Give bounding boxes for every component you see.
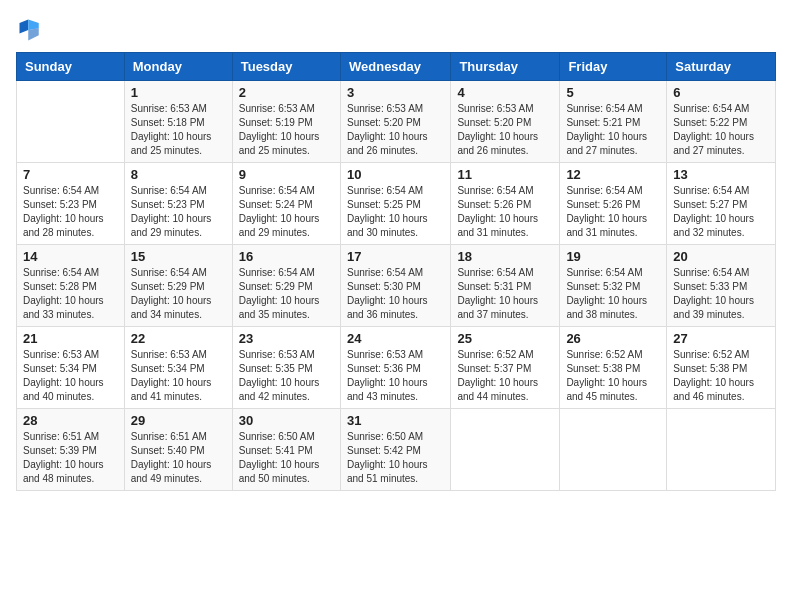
column-header-saturday: Saturday [667, 53, 776, 81]
day-info: Sunrise: 6:54 AM Sunset: 5:27 PM Dayligh… [673, 184, 769, 240]
day-cell: 20Sunrise: 6:54 AM Sunset: 5:33 PM Dayli… [667, 245, 776, 327]
day-info: Sunrise: 6:54 AM Sunset: 5:30 PM Dayligh… [347, 266, 444, 322]
day-number: 3 [347, 85, 444, 100]
day-cell: 6Sunrise: 6:54 AM Sunset: 5:22 PM Daylig… [667, 81, 776, 163]
day-info: Sunrise: 6:54 AM Sunset: 5:23 PM Dayligh… [131, 184, 226, 240]
day-info: Sunrise: 6:54 AM Sunset: 5:26 PM Dayligh… [457, 184, 553, 240]
day-cell: 29Sunrise: 6:51 AM Sunset: 5:40 PM Dayli… [124, 409, 232, 491]
column-header-friday: Friday [560, 53, 667, 81]
day-cell [451, 409, 560, 491]
page-header [16, 16, 776, 44]
day-cell: 24Sunrise: 6:53 AM Sunset: 5:36 PM Dayli… [340, 327, 450, 409]
day-number: 16 [239, 249, 334, 264]
column-header-monday: Monday [124, 53, 232, 81]
day-number: 13 [673, 167, 769, 182]
day-info: Sunrise: 6:50 AM Sunset: 5:42 PM Dayligh… [347, 430, 444, 486]
week-row-2: 7Sunrise: 6:54 AM Sunset: 5:23 PM Daylig… [17, 163, 776, 245]
day-number: 1 [131, 85, 226, 100]
day-cell: 18Sunrise: 6:54 AM Sunset: 5:31 PM Dayli… [451, 245, 560, 327]
day-cell: 11Sunrise: 6:54 AM Sunset: 5:26 PM Dayli… [451, 163, 560, 245]
logo-icon [16, 16, 44, 44]
week-row-4: 21Sunrise: 6:53 AM Sunset: 5:34 PM Dayli… [17, 327, 776, 409]
day-cell: 16Sunrise: 6:54 AM Sunset: 5:29 PM Dayli… [232, 245, 340, 327]
week-row-5: 28Sunrise: 6:51 AM Sunset: 5:39 PM Dayli… [17, 409, 776, 491]
day-number: 2 [239, 85, 334, 100]
day-number: 24 [347, 331, 444, 346]
day-cell: 25Sunrise: 6:52 AM Sunset: 5:37 PM Dayli… [451, 327, 560, 409]
day-number: 15 [131, 249, 226, 264]
day-number: 9 [239, 167, 334, 182]
day-number: 27 [673, 331, 769, 346]
day-number: 17 [347, 249, 444, 264]
day-number: 5 [566, 85, 660, 100]
day-info: Sunrise: 6:52 AM Sunset: 5:38 PM Dayligh… [566, 348, 660, 404]
day-number: 20 [673, 249, 769, 264]
day-cell: 15Sunrise: 6:54 AM Sunset: 5:29 PM Dayli… [124, 245, 232, 327]
day-info: Sunrise: 6:54 AM Sunset: 5:24 PM Dayligh… [239, 184, 334, 240]
day-number: 7 [23, 167, 118, 182]
day-info: Sunrise: 6:51 AM Sunset: 5:39 PM Dayligh… [23, 430, 118, 486]
week-row-1: 1Sunrise: 6:53 AM Sunset: 5:18 PM Daylig… [17, 81, 776, 163]
day-number: 30 [239, 413, 334, 428]
day-number: 6 [673, 85, 769, 100]
week-row-3: 14Sunrise: 6:54 AM Sunset: 5:28 PM Dayli… [17, 245, 776, 327]
day-cell: 17Sunrise: 6:54 AM Sunset: 5:30 PM Dayli… [340, 245, 450, 327]
day-info: Sunrise: 6:54 AM Sunset: 5:26 PM Dayligh… [566, 184, 660, 240]
day-number: 26 [566, 331, 660, 346]
day-cell: 10Sunrise: 6:54 AM Sunset: 5:25 PM Dayli… [340, 163, 450, 245]
day-info: Sunrise: 6:52 AM Sunset: 5:38 PM Dayligh… [673, 348, 769, 404]
day-number: 12 [566, 167, 660, 182]
day-cell: 4Sunrise: 6:53 AM Sunset: 5:20 PM Daylig… [451, 81, 560, 163]
header-row: SundayMondayTuesdayWednesdayThursdayFrid… [17, 53, 776, 81]
column-header-sunday: Sunday [17, 53, 125, 81]
day-info: Sunrise: 6:54 AM Sunset: 5:29 PM Dayligh… [239, 266, 334, 322]
calendar-table: SundayMondayTuesdayWednesdayThursdayFrid… [16, 52, 776, 491]
day-info: Sunrise: 6:54 AM Sunset: 5:21 PM Dayligh… [566, 102, 660, 158]
day-cell: 5Sunrise: 6:54 AM Sunset: 5:21 PM Daylig… [560, 81, 667, 163]
day-info: Sunrise: 6:53 AM Sunset: 5:34 PM Dayligh… [131, 348, 226, 404]
column-header-wednesday: Wednesday [340, 53, 450, 81]
day-number: 4 [457, 85, 553, 100]
day-cell: 8Sunrise: 6:54 AM Sunset: 5:23 PM Daylig… [124, 163, 232, 245]
day-cell: 31Sunrise: 6:50 AM Sunset: 5:42 PM Dayli… [340, 409, 450, 491]
day-cell [17, 81, 125, 163]
day-info: Sunrise: 6:53 AM Sunset: 5:20 PM Dayligh… [347, 102, 444, 158]
column-header-tuesday: Tuesday [232, 53, 340, 81]
day-info: Sunrise: 6:53 AM Sunset: 5:34 PM Dayligh… [23, 348, 118, 404]
day-info: Sunrise: 6:53 AM Sunset: 5:35 PM Dayligh… [239, 348, 334, 404]
day-cell: 28Sunrise: 6:51 AM Sunset: 5:39 PM Dayli… [17, 409, 125, 491]
day-info: Sunrise: 6:53 AM Sunset: 5:36 PM Dayligh… [347, 348, 444, 404]
column-header-thursday: Thursday [451, 53, 560, 81]
day-number: 22 [131, 331, 226, 346]
day-info: Sunrise: 6:54 AM Sunset: 5:32 PM Dayligh… [566, 266, 660, 322]
day-info: Sunrise: 6:54 AM Sunset: 5:25 PM Dayligh… [347, 184, 444, 240]
day-number: 18 [457, 249, 553, 264]
day-cell [667, 409, 776, 491]
day-cell: 22Sunrise: 6:53 AM Sunset: 5:34 PM Dayli… [124, 327, 232, 409]
day-cell: 7Sunrise: 6:54 AM Sunset: 5:23 PM Daylig… [17, 163, 125, 245]
day-cell: 1Sunrise: 6:53 AM Sunset: 5:18 PM Daylig… [124, 81, 232, 163]
day-number: 11 [457, 167, 553, 182]
day-cell: 26Sunrise: 6:52 AM Sunset: 5:38 PM Dayli… [560, 327, 667, 409]
logo [16, 16, 48, 44]
day-cell: 23Sunrise: 6:53 AM Sunset: 5:35 PM Dayli… [232, 327, 340, 409]
day-number: 14 [23, 249, 118, 264]
day-cell: 21Sunrise: 6:53 AM Sunset: 5:34 PM Dayli… [17, 327, 125, 409]
day-info: Sunrise: 6:53 AM Sunset: 5:18 PM Dayligh… [131, 102, 226, 158]
day-cell: 30Sunrise: 6:50 AM Sunset: 5:41 PM Dayli… [232, 409, 340, 491]
day-info: Sunrise: 6:53 AM Sunset: 5:20 PM Dayligh… [457, 102, 553, 158]
day-info: Sunrise: 6:50 AM Sunset: 5:41 PM Dayligh… [239, 430, 334, 486]
day-cell: 19Sunrise: 6:54 AM Sunset: 5:32 PM Dayli… [560, 245, 667, 327]
day-cell: 2Sunrise: 6:53 AM Sunset: 5:19 PM Daylig… [232, 81, 340, 163]
day-number: 29 [131, 413, 226, 428]
day-info: Sunrise: 6:54 AM Sunset: 5:31 PM Dayligh… [457, 266, 553, 322]
day-cell: 14Sunrise: 6:54 AM Sunset: 5:28 PM Dayli… [17, 245, 125, 327]
day-number: 21 [23, 331, 118, 346]
day-number: 28 [23, 413, 118, 428]
day-info: Sunrise: 6:51 AM Sunset: 5:40 PM Dayligh… [131, 430, 226, 486]
day-info: Sunrise: 6:53 AM Sunset: 5:19 PM Dayligh… [239, 102, 334, 158]
day-cell: 3Sunrise: 6:53 AM Sunset: 5:20 PM Daylig… [340, 81, 450, 163]
day-number: 8 [131, 167, 226, 182]
day-cell: 13Sunrise: 6:54 AM Sunset: 5:27 PM Dayli… [667, 163, 776, 245]
day-number: 31 [347, 413, 444, 428]
